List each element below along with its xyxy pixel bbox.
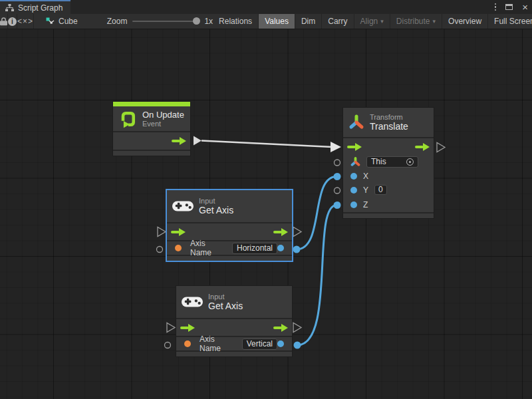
value-output-port-icon[interactable] (277, 340, 284, 347)
zoom-value: 1x (204, 17, 213, 26)
value-port-icon[interactable] (350, 201, 357, 208)
info-button[interactable]: i (8, 14, 17, 29)
this-port-row: This (343, 155, 434, 169)
axis-name-field[interactable]: Horizontal (232, 243, 277, 254)
axis-name-row: Axis Name Horizontal (167, 240, 292, 255)
fullscreen-button[interactable]: Full Screen (488, 14, 532, 29)
axis-name-label: Axis Name (200, 334, 237, 353)
maximize-icon[interactable] (505, 4, 513, 10)
x-port-row: X (343, 169, 434, 183)
flow-output-arrow-icon[interactable] (273, 228, 288, 236)
menu-dots-icon[interactable] (495, 3, 497, 11)
update-loop-icon (118, 110, 137, 128)
value-port-icon[interactable] (350, 173, 357, 180)
node-on-update[interactable]: On Update Event (112, 101, 191, 156)
close-icon[interactable]: × (522, 2, 528, 12)
tab-title: Script Graph (18, 3, 63, 13)
y-port-row: Y 0 (343, 183, 434, 197)
node-footer (167, 255, 292, 261)
node-get-axis-vertical[interactable]: Input Get Axis Axis Name Vertical (176, 285, 293, 357)
node-header: Transform Translate (343, 108, 434, 137)
z-port-row: Z (343, 197, 434, 212)
chevron-down-icon: ▾ (433, 18, 436, 25)
port-onupdate-exit-connected[interactable] (194, 136, 201, 146)
node-title: Get Axis (199, 205, 233, 215)
lock-button[interactable] (0, 14, 8, 29)
port-translate-z-connected[interactable] (334, 201, 341, 209)
node-translate[interactable]: Transform Translate This (342, 107, 434, 219)
graph-reference[interactable]: Cube (34, 14, 87, 29)
tab-script-graph[interactable]: Script Graph (0, 0, 70, 14)
this-object-field[interactable]: This (366, 156, 418, 168)
port-translate-y-unconnected[interactable] (334, 188, 340, 194)
node-header: Input Get Axis (176, 286, 292, 318)
flow-input-arrow-icon[interactable] (347, 143, 362, 151)
graph-canvas[interactable]: On Update Event Transform (0, 29, 532, 399)
y-port-label: Y (363, 186, 368, 195)
chevron-down-icon: ▾ (380, 18, 384, 25)
values-button[interactable]: Values (259, 14, 295, 29)
transform-port-icon[interactable] (350, 157, 360, 167)
lock-icon (0, 17, 7, 26)
port-getaxis-h-enter-unconnected[interactable] (158, 227, 166, 237)
distribute-button[interactable]: Distribute ▾ (390, 14, 442, 29)
node-subtitle: Event (142, 120, 184, 128)
gamepad-icon (182, 295, 203, 309)
carry-button[interactable]: Carry (322, 14, 354, 29)
node-footer (113, 150, 190, 156)
zoom-slider[interactable] (132, 21, 199, 22)
node-title: Translate (370, 122, 408, 132)
inspect-code-button[interactable]: <×> (17, 14, 34, 29)
node-footer (343, 212, 434, 218)
flow-input-arrow-icon[interactable] (180, 324, 195, 332)
value-port-icon[interactable] (350, 187, 357, 194)
control-ports-row (343, 137, 434, 155)
port-translate-x-connected[interactable] (334, 173, 341, 180)
value-output-port-icon[interactable] (277, 245, 284, 251)
wire-control-onupdate-translate[interactable] (201, 141, 332, 148)
port-getaxis-v-enter-unconnected[interactable] (167, 323, 175, 332)
overview-button[interactable]: Overview (442, 14, 488, 29)
flow-output-arrow-icon[interactable] (172, 137, 186, 145)
string-port-icon[interactable] (175, 245, 182, 251)
wire-value-horizontal-x[interactable] (297, 177, 336, 250)
z-port-label: Z (363, 200, 368, 209)
y-value-field[interactable]: 0 (374, 185, 387, 195)
tab-bar: Script Graph × (0, 0, 532, 14)
object-picker-icon[interactable] (406, 158, 414, 166)
toolbar: i <×> Cube Zoom 1x Relations Values Dim … (0, 14, 532, 29)
node-get-axis-horizontal[interactable]: Input Get Axis Axis Name Horizontal (166, 190, 293, 261)
flow-input-arrow-icon[interactable] (171, 228, 186, 236)
zoom-label: Zoom (107, 17, 128, 26)
port-getaxis-v-value-connected[interactable] (294, 342, 301, 349)
port-getaxis-v-name-unconnected[interactable] (165, 342, 171, 348)
node-title: On Update (142, 110, 184, 120)
control-ports-row (167, 222, 292, 240)
node-title: Get Axis (208, 301, 243, 311)
string-port-icon[interactable] (184, 340, 191, 347)
info-icon: i (8, 17, 17, 26)
axis-name-field[interactable]: Vertical (242, 338, 277, 350)
node-header: Input Get Axis (167, 190, 292, 222)
gamepad-icon (172, 200, 194, 213)
port-getaxis-h-value-connected[interactable] (293, 246, 301, 253)
flow-output-arrow-icon[interactable] (415, 143, 430, 151)
zoom-control: Zoom 1x (87, 14, 213, 29)
flow-output-arrow-icon[interactable] (273, 324, 288, 332)
x-port-label: X (363, 172, 368, 181)
relations-button[interactable]: Relations (213, 14, 259, 29)
transform-icon (348, 114, 364, 130)
port-getaxis-h-exit-unconnected[interactable] (293, 227, 301, 237)
toolbar-toggles: Relations Values Dim Carry Align ▾ Distr… (213, 14, 532, 29)
zoom-slider-handle[interactable] (193, 17, 200, 25)
script-graph-asset-icon (46, 17, 55, 25)
port-translate-this-unconnected[interactable] (334, 160, 340, 166)
wire-value-vertical-z[interactable] (297, 205, 336, 346)
align-button[interactable]: Align ▾ (354, 14, 390, 29)
port-translate-enter-connected[interactable] (331, 142, 341, 152)
dim-button[interactable]: Dim (295, 14, 322, 29)
port-getaxis-h-name-unconnected[interactable] (157, 247, 163, 253)
port-getaxis-v-exit-unconnected[interactable] (293, 323, 301, 332)
control-ports-row (113, 131, 190, 150)
port-translate-exit-unconnected[interactable] (437, 143, 445, 152)
